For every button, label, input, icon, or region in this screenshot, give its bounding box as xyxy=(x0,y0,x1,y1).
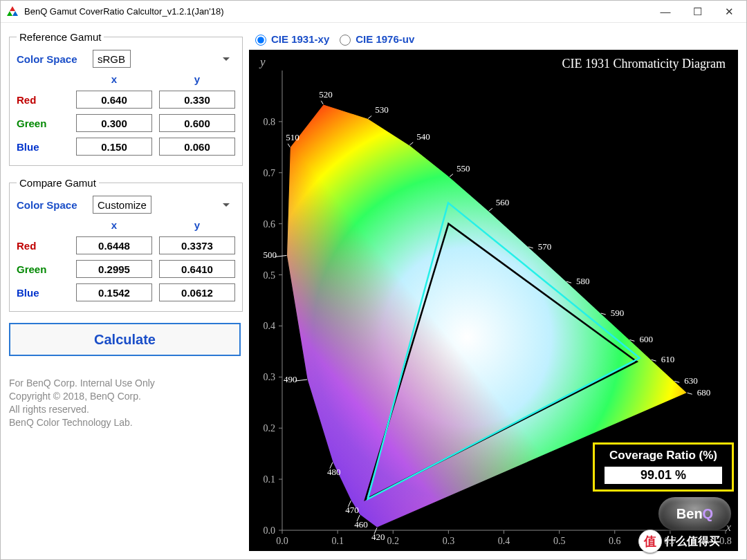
cmp-red-x-input[interactable] xyxy=(76,236,152,254)
svg-text:0.1: 0.1 xyxy=(331,536,344,546)
cmp-green-label: Green xyxy=(17,263,76,275)
svg-line-58 xyxy=(368,115,371,118)
svg-text:560: 560 xyxy=(496,197,510,207)
reference-gamut-group: Reference Gamut Color Space sRGB x y xyxy=(9,31,243,166)
cmp-green-y-input[interactable] xyxy=(159,260,235,278)
svg-line-78 xyxy=(688,393,692,394)
svg-text:0.3: 0.3 xyxy=(264,372,276,382)
svg-text:0.6: 0.6 xyxy=(264,219,276,230)
svg-text:0.4: 0.4 xyxy=(498,536,510,546)
ref-blue-label: Blue xyxy=(17,141,76,153)
benq-logo-badge: BenQ xyxy=(658,497,731,530)
ref-blue-x-input[interactable] xyxy=(76,138,152,156)
close-button[interactable]: ✕ xyxy=(713,1,745,22)
footer-line1: For BenQ Corp. Internal Use Only xyxy=(9,377,241,390)
cmp-blue-y-input[interactable] xyxy=(159,283,235,301)
svg-text:0.7: 0.7 xyxy=(264,168,276,178)
cmp-blue-x-input[interactable] xyxy=(76,283,152,301)
cmp-green-x-input[interactable] xyxy=(76,260,152,278)
svg-line-56 xyxy=(321,101,323,104)
svg-text:520: 520 xyxy=(319,89,333,100)
radio-cie1931[interactable]: CIE 1931-xy xyxy=(252,32,329,46)
ref-colorspace-select[interactable]: sRGB xyxy=(93,50,131,68)
svg-text:0.6: 0.6 xyxy=(609,536,621,546)
chromaticity-diagram: CIE 1931 Chromaticity Diagram y x 0.00.1… xyxy=(249,50,738,551)
svg-text:510: 510 xyxy=(286,132,299,142)
svg-text:610: 610 xyxy=(661,354,675,364)
compare-gamut-group: Compare Gamut Color Space Customize x y xyxy=(9,177,243,312)
calculate-button[interactable]: Calculate xyxy=(9,323,241,356)
svg-text:580: 580 xyxy=(576,276,590,286)
left-panel: Reference Gamut Color Space sRGB x y xyxy=(9,31,241,559)
cmp-x-header: x xyxy=(76,219,152,231)
cmp-colorspace-select-wrap: Customize xyxy=(93,196,235,214)
svg-line-62 xyxy=(450,174,453,177)
right-panel: CIE 1931-xy CIE 1976-uv CIE 1931 Chromat… xyxy=(241,31,738,559)
cmp-red-label: Red xyxy=(17,240,76,252)
radio-cie1976[interactable]: CIE 1976-uv xyxy=(336,32,414,46)
watermark-text: 什么值得买 xyxy=(665,534,720,549)
footer-line3: All rights reserved. xyxy=(9,403,241,416)
svg-text:600: 600 xyxy=(639,334,653,344)
svg-text:590: 590 xyxy=(611,308,625,318)
radio-cie1931-input[interactable] xyxy=(255,35,266,46)
titlebar: BenQ Gamut CoverRatio Calcultor_v1.2.1(J… xyxy=(1,1,746,23)
ref-green-label: Green xyxy=(17,118,76,129)
svg-text:480: 480 xyxy=(327,467,341,477)
ref-xy-header: x y xyxy=(17,73,235,85)
cmp-colorspace-select[interactable]: Customize xyxy=(93,196,151,214)
svg-text:0.5: 0.5 xyxy=(553,536,566,546)
maximize-button[interactable]: ☐ xyxy=(681,1,713,22)
cmp-colorspace-label: Color Space xyxy=(17,199,93,211)
svg-text:0.3: 0.3 xyxy=(443,536,455,546)
app-window: BenQ Gamut CoverRatio Calcultor_v1.2.1(J… xyxy=(0,0,747,560)
svg-text:570: 570 xyxy=(538,241,552,252)
svg-text:0.0: 0.0 xyxy=(264,525,276,536)
compare-legend: Compare Gamut xyxy=(17,177,99,189)
svg-text:540: 540 xyxy=(416,131,430,142)
watermark-badge: 值 什么值得买 xyxy=(638,528,742,555)
svg-text:0.8: 0.8 xyxy=(264,117,276,127)
svg-line-52 xyxy=(275,255,286,256)
ref-green-y-input[interactable] xyxy=(159,114,235,132)
svg-line-54 xyxy=(288,144,290,147)
window-buttons: — ☐ ✕ xyxy=(649,1,745,22)
cmp-xy-header: x y xyxy=(17,219,235,231)
minimize-button[interactable]: — xyxy=(649,1,681,22)
ref-y-header: y xyxy=(159,73,235,85)
svg-text:550: 550 xyxy=(456,163,470,174)
svg-text:0.4: 0.4 xyxy=(264,321,276,331)
radio-cie1976-input[interactable] xyxy=(340,35,351,46)
svg-text:0.2: 0.2 xyxy=(387,536,400,546)
cmp-y-header: y xyxy=(159,219,235,231)
window-title: BenQ Gamut CoverRatio Calcultor_v1.2.1(J… xyxy=(24,6,224,17)
svg-text:0.5: 0.5 xyxy=(264,270,276,281)
ref-colorspace-select-wrap: sRGB xyxy=(93,50,235,68)
svg-line-60 xyxy=(409,142,413,145)
watermark-icon: 值 xyxy=(638,530,662,553)
svg-text:630: 630 xyxy=(684,375,698,386)
reference-legend: Reference Gamut xyxy=(17,31,104,43)
coverage-value: 99.01 % xyxy=(605,467,722,484)
ref-colorspace-label: Color Space xyxy=(17,53,93,65)
app-logo-icon xyxy=(6,6,19,18)
svg-text:420: 420 xyxy=(371,532,385,542)
svg-text:0.1: 0.1 xyxy=(264,474,276,485)
svg-text:0.0: 0.0 xyxy=(276,536,288,546)
ref-blue-y-input[interactable] xyxy=(159,138,235,156)
svg-text:490: 490 xyxy=(284,374,297,384)
coverage-ratio-box: Coverage Ratio (%) 99.01 % xyxy=(593,442,734,492)
svg-line-64 xyxy=(489,208,492,211)
svg-text:530: 530 xyxy=(375,104,389,115)
ref-red-x-input[interactable] xyxy=(76,91,152,109)
ref-green-x-input[interactable] xyxy=(76,114,152,132)
svg-marker-3 xyxy=(12,11,18,16)
ref-red-y-input[interactable] xyxy=(159,91,235,109)
footer-line4: BenQ Color Technology Lab. xyxy=(9,416,241,429)
ref-red-label: Red xyxy=(17,94,76,106)
cmp-red-y-input[interactable] xyxy=(159,236,235,254)
ref-x-header: x xyxy=(76,73,152,85)
footer-line2: Copyright © 2018, BenQ Corp. xyxy=(9,390,241,403)
svg-text:500: 500 xyxy=(263,250,277,260)
coverage-title: Coverage Ratio (%) xyxy=(605,449,722,463)
